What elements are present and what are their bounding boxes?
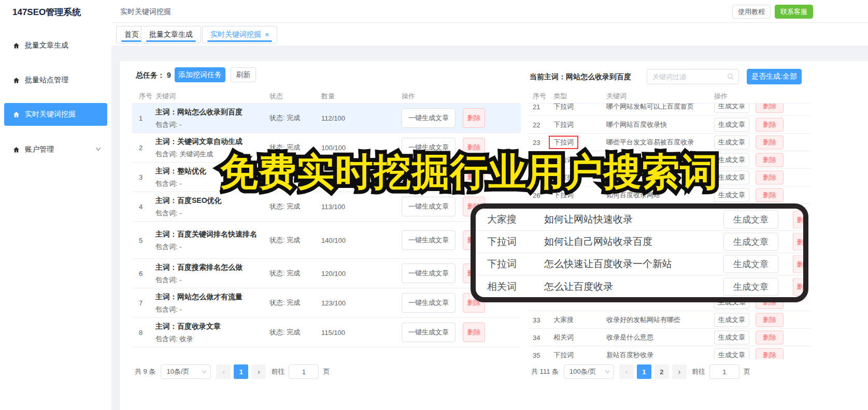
page-size-select[interactable]: 10条/页 ˅ [161, 364, 211, 379]
callout-row: 相关词 怎么让百度收录 生成文章 删除 [476, 275, 803, 298]
page-button-1[interactable]: 1 [637, 364, 651, 379]
delete-button[interactable]: 删除 [756, 170, 784, 184]
delete-button[interactable]: 删除 [463, 167, 485, 187]
table-row[interactable]: 24 下拉词 生成文章 删除 [529, 151, 811, 169]
delete-button[interactable]: 删除 [756, 188, 784, 202]
generate-filter-button[interactable]: 是否生成:全部 [747, 69, 802, 84]
generate-article-button[interactable]: 生成文章 [714, 170, 749, 184]
row-number: 1 [139, 114, 143, 122]
close-icon[interactable]: × [265, 31, 269, 38]
page-size-value: 10条/页 [166, 367, 189, 376]
tab-label: 实时关键词挖掘 [210, 30, 261, 39]
delete-button[interactable]: 删除 [756, 302, 784, 309]
tutorial-button[interactable]: 使用教程 [732, 5, 771, 19]
delete-button[interactable]: 删除 [463, 323, 485, 342]
delete-button[interactable]: 删除 [756, 104, 784, 113]
keyword-cell: 主词：整站优化 包含词: - [155, 166, 263, 188]
generate-article-button[interactable]: 生成文章 [714, 313, 749, 327]
generate-article-button[interactable]: 生成文章 [714, 188, 749, 202]
status-text: 状态: 完成 [269, 269, 300, 278]
one-click-generate-button[interactable]: 一键生成文章 [402, 293, 456, 313]
sidebar-item-site-management[interactable]: 批量站点管理 [4, 69, 107, 92]
tab-article-generation[interactable]: 批量文章生成 [141, 26, 201, 43]
delete-button-clipped[interactable]: 删除 [793, 211, 808, 229]
next-page-button[interactable]: › [251, 364, 266, 379]
page-size-select[interactable]: 100条/页 ˅ [564, 364, 614, 379]
delete-button[interactable]: 删除 [756, 313, 784, 327]
table-row[interactable]: 1 主词：网站怎么收录到百度 包含词: - 状态: 完成 112/100 一键生… [132, 104, 521, 133]
table-row[interactable]: 21 下拉词 哪个网站发帖可以上百度首页 生成文章 删除 [529, 104, 811, 116]
table-row[interactable]: 7 主词：网站怎么做才有流量 包含词: - 状态: 完成 123/100 一键生… [132, 288, 521, 318]
one-click-generate-button[interactable]: 一键生成文章 [402, 108, 456, 128]
generate-article-button[interactable]: 生成文章 [714, 330, 749, 344]
page-nav: ‹ 12 › [619, 364, 687, 379]
generate-article-button[interactable]: 生成文章 [714, 104, 749, 113]
delete-button[interactable]: 删除 [463, 138, 485, 157]
one-click-generate-button[interactable]: 一键生成文章 [402, 323, 456, 342]
table-row[interactable]: 26 下拉词 如何百度收录网站 生成文章 删除 [529, 186, 811, 204]
table-row[interactable]: 25 大家搜 生成文章 删除 [529, 169, 811, 186]
prev-page-button[interactable]: ‹ [619, 364, 634, 379]
goto-page-input[interactable] [709, 364, 739, 379]
table-row[interactable]: 3 主词：整站优化 包含词: - 状态: 完成 一键生成文章 删除 [132, 163, 521, 192]
delete-button-clipped[interactable]: 删除 [793, 255, 808, 273]
generate-article-button[interactable]: 生成文章 [723, 277, 778, 296]
delete-button[interactable]: 删除 [756, 330, 784, 344]
table-row[interactable]: 8 主词：百度收录文章 包含词: 收录 状态: 完成 115/100 一键生成文… [132, 318, 521, 347]
keyword-table-body-top: 21 下拉词 哪个网站发帖可以上百度首页 生成文章 删除 22 下拉词 哪个网站… [529, 104, 811, 204]
generate-article-button[interactable]: 生成文章 [714, 135, 749, 149]
generate-article-button[interactable]: 生成文章 [723, 211, 778, 229]
delete-button-clipped[interactable]: 删除 [793, 277, 808, 296]
sidebar-item-article-generation[interactable]: 批量文章生成 [4, 34, 107, 57]
col-status: 状态 [269, 92, 283, 101]
table-row[interactable]: 34 相关词 收录是什么意思 生成文章 删除 [529, 329, 811, 346]
delete-button[interactable]: 删除 [756, 135, 784, 149]
contact-support-button[interactable]: 联系客服 [775, 5, 813, 19]
one-click-generate-button[interactable]: 一键生成文章 [402, 263, 456, 283]
next-page-button[interactable]: › [672, 364, 687, 379]
table-row[interactable]: 5 主词：百度关键词排名快速排名 包含词: - 状态: 完成 140/100 一… [132, 222, 521, 259]
refresh-button[interactable]: 刷新 [231, 67, 256, 82]
included-words-text: 包含词: 关键词生成 [155, 150, 263, 159]
table-row[interactable]: 33 大家搜 收录好的发帖网站有哪些 生成文章 删除 [529, 311, 811, 329]
one-click-generate-button[interactable]: 一键生成文章 [402, 167, 456, 187]
one-click-generate-button[interactable]: 一键生成文章 [402, 230, 456, 250]
page-button-2[interactable]: 2 [654, 364, 669, 379]
generate-article-button[interactable]: 生成文章 [714, 118, 749, 131]
col-no: 序号 [533, 92, 546, 101]
quantity-text: 140/100 [321, 236, 346, 244]
table-row[interactable]: 2 主词：关键词文章自动生成 包含词: 关键词生成 状态: 完成 100/100… [132, 133, 521, 163]
keyword-cell: 主词：网站怎么收录到百度 包含词: - [155, 107, 263, 129]
goto-page-input[interactable] [289, 364, 319, 379]
one-click-generate-button[interactable]: 一键生成文章 [402, 138, 456, 157]
table-row[interactable]: 6 主词：百度搜索排名怎么做 包含词: - 状态: 完成 120/100 一键生… [132, 259, 521, 288]
one-click-generate-button[interactable]: 一键生成文章 [402, 197, 456, 216]
sidebar: 147SEO管理系统 批量文章生成 批量站点管理 实时关键词挖掘 账户管理 ˅ [0, 0, 111, 410]
delete-button[interactable]: 删除 [463, 108, 485, 128]
generate-article-button[interactable]: 生成文章 [714, 302, 749, 309]
tab-keyword-mining[interactable]: 实时关键词挖掘 × [202, 26, 277, 43]
delete-button[interactable]: 删除 [756, 348, 784, 359]
table-row[interactable]: 4 主词：百度SEO优化 包含词: - 状态: 完成 113/100 一键生成文… [132, 192, 521, 222]
keyword-type-text: 下拉词 [549, 136, 578, 149]
keyword-filter-input[interactable] [652, 69, 725, 84]
delete-button[interactable]: 删除 [756, 118, 784, 131]
prev-page-button[interactable]: ‹ [216, 364, 231, 379]
delete-button[interactable]: 删除 [756, 153, 784, 167]
keyword-type-text: 大家搜 [487, 213, 517, 226]
generate-article-button[interactable]: 生成文章 [714, 348, 749, 359]
table-row[interactable]: 22 下拉词 哪个网站百度收录快 生成文章 删除 [529, 116, 811, 134]
generate-article-button[interactable]: 生成文章 [714, 153, 749, 167]
sidebar-item-keyword-mining[interactable]: 实时关键词挖掘 [4, 103, 107, 126]
page-button-1[interactable]: 1 [234, 364, 248, 379]
table-row[interactable]: 23 下拉词 哪些平台发文容易被百度收录 生成文章 删除 [529, 134, 811, 151]
table-row[interactable]: 35 下拉词 新站百度秒收录 生成文章 删除 [529, 346, 811, 359]
sidebar-item-account-management[interactable]: 账户管理 ˅ [4, 138, 107, 161]
row-number: 23 [533, 138, 540, 146]
page-number-buttons: 1 [234, 364, 248, 379]
callout-rows: 大家搜 如何让网站快速收录 生成文章 删除 下拉词 如何让自己网站收录百度 生成… [476, 209, 803, 298]
delete-button-clipped[interactable]: 删除 [793, 233, 808, 251]
add-mining-task-button[interactable]: 添加挖词任务 [175, 67, 225, 82]
generate-article-button[interactable]: 生成文章 [723, 255, 778, 273]
generate-article-button[interactable]: 生成文章 [723, 233, 778, 251]
